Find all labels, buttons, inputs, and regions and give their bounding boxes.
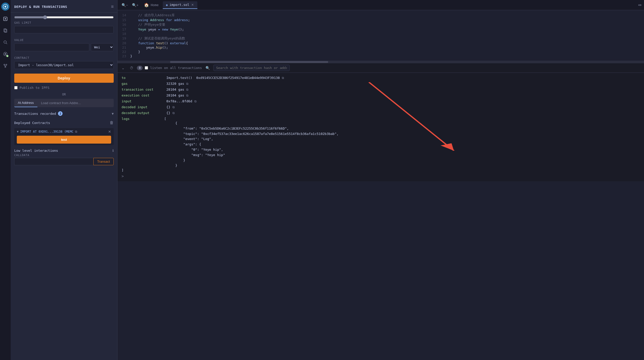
listen-all-checkbox[interactable] xyxy=(145,66,148,70)
close-tab-icon[interactable]: ✕ xyxy=(191,3,194,7)
svg-point-9 xyxy=(6,64,7,65)
code-line-14: 14 // 成功导入Address库 xyxy=(118,13,644,18)
copy-excost-icon[interactable]: ⧉ xyxy=(186,94,188,97)
copy-input-icon[interactable]: ⧉ xyxy=(194,100,197,103)
tx-key-transaction-cost: transaction cost xyxy=(122,88,162,91)
copy-gas-icon[interactable]: ⧉ xyxy=(186,82,188,86)
load-contract-button[interactable]: Load contract from Addre... xyxy=(37,99,114,107)
contract-instance-header: ▼ IMPORT AT 0XD91...39138 (MEMC ⧉ ✕ xyxy=(17,130,111,134)
brand-icon[interactable] xyxy=(1,3,9,11)
chevron-down-icon[interactable]: ⌄ xyxy=(120,65,126,71)
code-line-21: 21 yeye.hip(); xyxy=(118,45,644,50)
gas-limit-input[interactable]: 3000000 xyxy=(14,26,114,33)
scrollbar-area[interactable] xyxy=(118,61,644,63)
menu-icon[interactable]: ≡ xyxy=(111,4,114,9)
tx-row-to: to Import.test() 0xd9145CCE52D386f254917… xyxy=(118,75,644,81)
transactions-chevron-icon: ▼ xyxy=(112,112,114,116)
low-level-interactions-row: Low level interactions ℹ xyxy=(11,146,117,154)
prompt-line: > xyxy=(118,173,644,179)
tx-row-gas: gas 32320 gas ⧉ xyxy=(118,81,644,87)
git-icon[interactable] xyxy=(2,62,9,69)
value-section: VALUE 0 Wei Gwei Finney Ether xyxy=(11,36,117,54)
contract-select[interactable]: Import - lesson30/import.sol xyxy=(14,61,114,69)
contract-instance-copy-icon[interactable]: ⧉ xyxy=(75,130,77,133)
contract-instance-close-icon[interactable]: ✕ xyxy=(108,130,111,134)
zoom-in-icon[interactable]: 🔍+ xyxy=(130,2,140,8)
code-line-17: 17 Yeye yeye = new Yeye(); xyxy=(118,27,644,32)
tx-row-input: input 0xf8a...8fd6d ⧉ xyxy=(118,98,644,104)
value-label: VALUE xyxy=(14,38,114,42)
icon-bar xyxy=(0,0,11,360)
publish-row: Publish to IPFS xyxy=(11,85,117,92)
deployed-contracts-trash-icon[interactable]: 🗑 xyxy=(110,120,114,125)
clock-icon[interactable]: ⏱ xyxy=(128,65,135,71)
value-unit-select[interactable]: Wei Gwei Finney Ether xyxy=(91,43,114,51)
copy-decoded-output-icon[interactable]: ⧉ xyxy=(172,111,175,115)
code-line-22: 22 } xyxy=(118,50,644,54)
tx-log: to Import.test() 0xd9145CCE52D386f254917… xyxy=(118,73,644,181)
tx-key-gas: gas xyxy=(122,82,162,86)
deploy-run-icon[interactable] xyxy=(2,15,9,22)
at-address-button[interactable]: At Address xyxy=(14,99,37,107)
tx-val-logs-bracket-close: ] xyxy=(122,168,124,172)
tx-key-decoded-input: decoded input xyxy=(122,105,162,109)
contract-instance: ▼ IMPORT AT 0XD91...39138 (MEMC ⧉ ✕ test xyxy=(14,128,114,145)
publish-ipfs-checkbox[interactable] xyxy=(14,86,18,89)
search-bottom-icon[interactable]: 🔍 xyxy=(204,65,211,71)
transactions-recorded-title: Transactions recorded 2 xyxy=(14,111,63,116)
svg-point-8 xyxy=(4,64,5,65)
tx-search-input[interactable] xyxy=(213,65,290,71)
svg-point-7 xyxy=(5,53,6,55)
code-line-15: 15 using Address for address; xyxy=(118,18,644,22)
listen-row: listen on all transactions xyxy=(145,66,202,70)
tx-val-transaction-cost: 28104 gas ⧉ xyxy=(166,88,188,91)
or-divider: OR xyxy=(11,92,117,97)
low-level-title: Low level interactions xyxy=(14,149,58,153)
gas-limit-slider[interactable] xyxy=(14,15,114,19)
search-icon[interactable] xyxy=(2,39,9,46)
calldata-input[interactable] xyxy=(14,158,93,165)
deployed-contracts-row: Deployed Contracts 🗑 xyxy=(11,118,117,127)
test-button[interactable]: test xyxy=(17,136,111,144)
plugin-icon[interactable] xyxy=(2,50,9,58)
expand-icon[interactable]: ⇔ xyxy=(638,3,641,7)
right-panel: 🔍− 🔍+ 🏠 Home ◈ import.sol ✕ ⇔ 14 // 成功导入… xyxy=(118,0,644,360)
tx-key-logs: logs xyxy=(122,117,162,121)
copy-txcost-icon[interactable]: ⧉ xyxy=(186,88,188,91)
contract-label: CONTRACT xyxy=(14,56,114,60)
contract-instance-label: IMPORT AT 0XD91...39138 (MEMC xyxy=(20,130,74,133)
transact-button[interactable]: Transact xyxy=(93,158,114,165)
low-level-info-icon[interactable]: ℹ xyxy=(112,149,114,153)
svg-point-4 xyxy=(4,41,6,43)
tx-key-execution-cost: execution cost xyxy=(122,93,162,97)
tx-row-transaction-cost: transaction cost 28104 gas ⧉ xyxy=(118,87,644,92)
gas-limit-section: GAS LIMIT 3000000 xyxy=(11,13,117,36)
tx-key-input: input xyxy=(122,99,162,103)
value-input[interactable]: 0 xyxy=(14,43,89,51)
home-tab[interactable]: 🏠 Home xyxy=(141,1,162,9)
copy-decoded-input-icon[interactable]: ⧉ xyxy=(172,105,175,109)
files-icon[interactable] xyxy=(2,27,9,34)
transactions-recorded-row[interactable]: Transactions recorded 2 ▼ xyxy=(11,109,117,118)
tx-row-decoded-input: decoded input {} ⧉ xyxy=(118,104,644,110)
tx-val-to: Import.test() 0xd9145CCE52D386f254917e48… xyxy=(166,76,284,80)
code-line-20: 20 function test() external{ xyxy=(118,41,644,45)
left-panel: DEPLOY & RUN TRANSACTIONS ≡ GAS LIMIT 30… xyxy=(11,0,118,360)
tx-val-logs-content: { "from": "0x5C5eb5D6a6C2c1B3EFc52255C0b… xyxy=(167,121,640,168)
tx-val-decoded-input: {} ⧉ xyxy=(166,105,175,109)
copy-to-icon[interactable]: ⧉ xyxy=(282,76,284,80)
bottom-bar: ⌄ ⏱ 0 listen on all transactions 🔍 xyxy=(118,63,644,181)
transactions-count-badge: 2 xyxy=(58,111,63,116)
bottom-toolbar: ⌄ ⏱ 0 listen on all transactions 🔍 xyxy=(118,63,644,73)
tx-row-execution-cost: execution cost 28104 gas ⧉ xyxy=(118,92,644,98)
tx-val-logs-bracket-open: [ xyxy=(164,117,166,121)
left-panel-header: DEPLOY & RUN TRANSACTIONS ≡ xyxy=(11,0,117,13)
listen-all-label: listen on all transactions xyxy=(150,66,202,70)
counter-badge: 0 xyxy=(137,66,143,70)
import-sol-tab[interactable]: ◈ import.sol ✕ xyxy=(163,1,198,9)
tx-key-decoded-output: decoded output xyxy=(122,111,162,115)
zoom-out-icon[interactable]: 🔍− xyxy=(120,2,129,8)
deploy-button[interactable]: Deploy xyxy=(14,74,114,83)
tx-val-decoded-output: {} ⧉ xyxy=(166,111,175,115)
svg-point-10 xyxy=(5,66,6,67)
